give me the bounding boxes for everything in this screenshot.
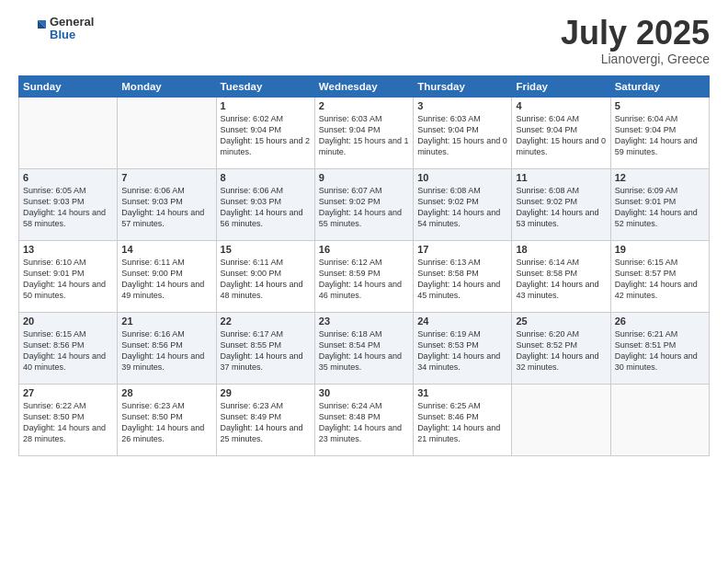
day-content: Sunrise: 6:04 AM Sunset: 9:04 PM Dayligh… — [615, 113, 705, 158]
calendar-day-cell: 7Sunrise: 6:06 AM Sunset: 9:03 PM Daylig… — [118, 168, 216, 240]
logo-blue: Blue — [50, 29, 94, 41]
calendar-day-cell: 6Sunrise: 6:05 AM Sunset: 9:03 PM Daylig… — [19, 168, 118, 240]
calendar-day-cell: 18Sunrise: 6:14 AM Sunset: 8:58 PM Dayli… — [512, 240, 610, 312]
day-content: Sunrise: 6:17 AM Sunset: 8:55 PM Dayligh… — [221, 328, 311, 373]
weekday-header: Sunday — [19, 75, 118, 97]
day-number: 20 — [23, 316, 113, 327]
calendar-day-cell: 10Sunrise: 6:08 AM Sunset: 9:02 PM Dayli… — [414, 168, 512, 240]
calendar-day-cell: 2Sunrise: 6:03 AM Sunset: 9:04 PM Daylig… — [314, 97, 413, 168]
day-number: 25 — [516, 316, 606, 327]
day-content: Sunrise: 6:11 AM Sunset: 9:00 PM Dayligh… — [121, 257, 211, 302]
day-number: 10 — [417, 172, 507, 183]
day-number: 26 — [615, 316, 705, 327]
day-number: 1 — [221, 100, 311, 111]
day-number: 17 — [417, 244, 507, 255]
day-number: 9 — [319, 172, 409, 183]
day-content: Sunrise: 6:08 AM Sunset: 9:02 PM Dayligh… — [516, 185, 606, 230]
calendar-day-cell: 26Sunrise: 6:21 AM Sunset: 8:51 PM Dayli… — [610, 312, 709, 384]
day-number: 19 — [615, 244, 705, 255]
calendar-week-row: 6Sunrise: 6:05 AM Sunset: 9:03 PM Daylig… — [19, 168, 710, 240]
day-content: Sunrise: 6:05 AM Sunset: 9:03 PM Dayligh… — [23, 185, 113, 230]
day-number: 13 — [23, 244, 113, 255]
day-content: Sunrise: 6:21 AM Sunset: 8:51 PM Dayligh… — [615, 328, 705, 373]
weekday-header: Saturday — [610, 75, 709, 97]
day-content: Sunrise: 6:23 AM Sunset: 8:49 PM Dayligh… — [221, 400, 311, 445]
calendar-day-cell: 9Sunrise: 6:07 AM Sunset: 9:02 PM Daylig… — [314, 168, 413, 240]
calendar-table: SundayMondayTuesdayWednesdayThursdayFrid… — [18, 75, 710, 456]
day-number: 18 — [516, 244, 606, 255]
weekday-header: Wednesday — [314, 75, 413, 97]
calendar-day-cell: 21Sunrise: 6:16 AM Sunset: 8:56 PM Dayli… — [118, 312, 216, 384]
location: Lianovergi, Greece — [561, 52, 710, 66]
day-number: 16 — [319, 244, 409, 255]
day-number: 8 — [221, 172, 311, 183]
day-number: 4 — [516, 100, 606, 111]
day-number: 29 — [221, 387, 311, 398]
day-content: Sunrise: 6:04 AM Sunset: 9:04 PM Dayligh… — [516, 113, 606, 158]
logo: General Blue — [18, 15, 94, 42]
day-number: 21 — [121, 316, 211, 327]
header: General Blue July 2025 Lianovergi, Greec… — [18, 15, 710, 66]
calendar-day-cell: 8Sunrise: 6:06 AM Sunset: 9:03 PM Daylig… — [216, 168, 314, 240]
weekday-row: SundayMondayTuesdayWednesdayThursdayFrid… — [19, 75, 710, 97]
day-content: Sunrise: 6:16 AM Sunset: 8:56 PM Dayligh… — [121, 328, 211, 373]
day-number: 12 — [615, 172, 705, 183]
day-content: Sunrise: 6:15 AM Sunset: 8:57 PM Dayligh… — [615, 257, 705, 302]
calendar-week-row: 13Sunrise: 6:10 AM Sunset: 9:01 PM Dayli… — [19, 240, 710, 312]
calendar-day-cell: 22Sunrise: 6:17 AM Sunset: 8:55 PM Dayli… — [216, 312, 314, 384]
day-content: Sunrise: 6:09 AM Sunset: 9:01 PM Dayligh… — [615, 185, 705, 230]
day-content: Sunrise: 6:12 AM Sunset: 8:59 PM Dayligh… — [319, 257, 409, 302]
day-number: 2 — [319, 100, 409, 111]
day-content: Sunrise: 6:07 AM Sunset: 9:02 PM Dayligh… — [319, 185, 409, 230]
day-content: Sunrise: 6:19 AM Sunset: 8:53 PM Dayligh… — [417, 328, 507, 373]
calendar-day-cell: 20Sunrise: 6:15 AM Sunset: 8:56 PM Dayli… — [19, 312, 118, 384]
day-content: Sunrise: 6:10 AM Sunset: 9:01 PM Dayligh… — [23, 257, 113, 302]
calendar-day-cell: 24Sunrise: 6:19 AM Sunset: 8:53 PM Dayli… — [414, 312, 512, 384]
calendar-day-cell: 5Sunrise: 6:04 AM Sunset: 9:04 PM Daylig… — [610, 97, 709, 168]
day-content: Sunrise: 6:22 AM Sunset: 8:50 PM Dayligh… — [23, 400, 113, 445]
calendar-day-cell: 3Sunrise: 6:03 AM Sunset: 9:04 PM Daylig… — [414, 97, 512, 168]
calendar-day-cell: 30Sunrise: 6:24 AM Sunset: 8:48 PM Dayli… — [314, 384, 413, 455]
day-number: 7 — [121, 172, 211, 183]
day-number: 27 — [23, 387, 113, 398]
day-content: Sunrise: 6:02 AM Sunset: 9:04 PM Dayligh… — [221, 113, 311, 158]
calendar-day-cell: 12Sunrise: 6:09 AM Sunset: 9:01 PM Dayli… — [610, 168, 709, 240]
logo-general: General — [50, 16, 94, 29]
day-number: 28 — [121, 387, 211, 398]
weekday-header: Monday — [118, 75, 216, 97]
day-content: Sunrise: 6:03 AM Sunset: 9:04 PM Dayligh… — [417, 113, 507, 158]
day-content: Sunrise: 6:03 AM Sunset: 9:04 PM Dayligh… — [319, 113, 409, 158]
day-content: Sunrise: 6:15 AM Sunset: 8:56 PM Dayligh… — [23, 328, 113, 373]
calendar-body: 1Sunrise: 6:02 AM Sunset: 9:04 PM Daylig… — [19, 97, 710, 455]
day-number: 3 — [417, 100, 507, 111]
calendar-week-row: 20Sunrise: 6:15 AM Sunset: 8:56 PM Dayli… — [19, 312, 710, 384]
weekday-header: Friday — [512, 75, 610, 97]
calendar-day-cell: 23Sunrise: 6:18 AM Sunset: 8:54 PM Dayli… — [314, 312, 413, 384]
calendar-day-cell: 13Sunrise: 6:10 AM Sunset: 9:01 PM Dayli… — [19, 240, 118, 312]
calendar-empty-cell — [610, 384, 709, 455]
day-number: 30 — [319, 387, 409, 398]
calendar-week-row: 1Sunrise: 6:02 AM Sunset: 9:04 PM Daylig… — [19, 97, 710, 168]
calendar-day-cell: 16Sunrise: 6:12 AM Sunset: 8:59 PM Dayli… — [314, 240, 413, 312]
day-number: 22 — [221, 316, 311, 327]
calendar-day-cell: 28Sunrise: 6:23 AM Sunset: 8:50 PM Dayli… — [118, 384, 216, 455]
day-content: Sunrise: 6:14 AM Sunset: 8:58 PM Dayligh… — [516, 257, 606, 302]
day-number: 11 — [516, 172, 606, 183]
calendar-day-cell: 15Sunrise: 6:11 AM Sunset: 9:00 PM Dayli… — [216, 240, 314, 312]
calendar-empty-cell — [118, 97, 216, 168]
calendar-day-cell: 29Sunrise: 6:23 AM Sunset: 8:49 PM Dayli… — [216, 384, 314, 455]
calendar-day-cell: 4Sunrise: 6:04 AM Sunset: 9:04 PM Daylig… — [512, 97, 610, 168]
day-content: Sunrise: 6:06 AM Sunset: 9:03 PM Dayligh… — [121, 185, 211, 230]
calendar-day-cell: 17Sunrise: 6:13 AM Sunset: 8:58 PM Dayli… — [414, 240, 512, 312]
day-content: Sunrise: 6:13 AM Sunset: 8:58 PM Dayligh… — [417, 257, 507, 302]
day-content: Sunrise: 6:20 AM Sunset: 8:52 PM Dayligh… — [516, 328, 606, 373]
title-block: July 2025 Lianovergi, Greece — [561, 15, 710, 66]
day-content: Sunrise: 6:25 AM Sunset: 8:46 PM Dayligh… — [417, 400, 507, 445]
day-number: 31 — [417, 387, 507, 398]
calendar-day-cell: 25Sunrise: 6:20 AM Sunset: 8:52 PM Dayli… — [512, 312, 610, 384]
logo-icon — [18, 15, 46, 42]
month-title: July 2025 — [561, 15, 710, 52]
calendar-header: SundayMondayTuesdayWednesdayThursdayFrid… — [19, 75, 710, 97]
day-number: 15 — [221, 244, 311, 255]
calendar-empty-cell — [512, 384, 610, 455]
